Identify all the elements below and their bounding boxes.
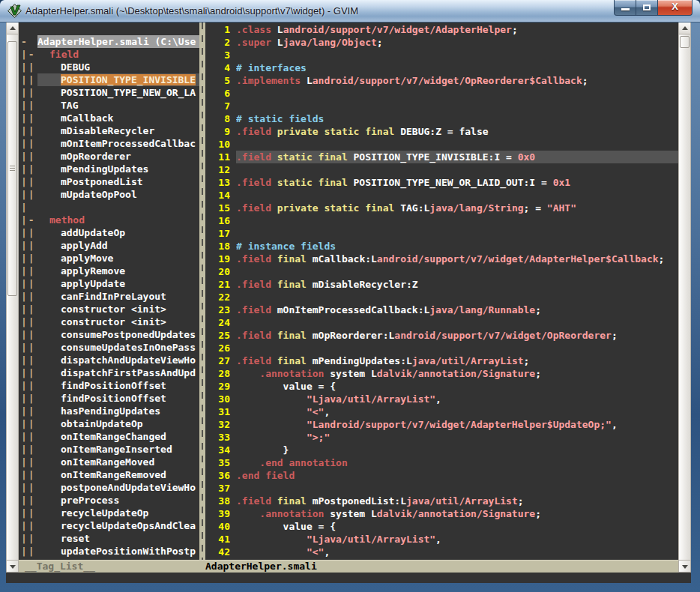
tag-label: mCallback xyxy=(37,112,199,124)
code-scroll-down-button[interactable] xyxy=(678,560,691,573)
code-line[interactable]: 37 xyxy=(205,482,678,495)
taglist-tag-row[interactable]: ||onItemRangeInserted xyxy=(19,443,199,456)
code-line[interactable]: 32 "Landroid/support/v7/widget/AdapterHe… xyxy=(205,418,678,431)
taglist-tag-row[interactable]: ||TAG xyxy=(19,99,199,112)
taglist-tag-row[interactable]: ||dispatchAndUpdateViewHo xyxy=(19,354,199,366)
code-line[interactable]: 19.field final mCallback:Landroid/suppor… xyxy=(205,253,678,265)
taglist-tag-row[interactable]: ||applyMove xyxy=(19,252,199,265)
minimize-button[interactable] xyxy=(614,0,636,16)
scroll-up-button[interactable] xyxy=(7,22,18,34)
taglist-tag-row[interactable]: ||consumeUpdatesInOnePass xyxy=(19,341,199,354)
code-line[interactable]: 22 xyxy=(205,291,678,303)
taglist-scrollbar-thumb[interactable] xyxy=(7,41,17,296)
taglist-scroll-down-button[interactable] xyxy=(6,560,19,573)
taglist-tag-row[interactable]: ||onItemRangeChanged xyxy=(19,430,199,443)
code-line[interactable]: 17 xyxy=(205,227,678,240)
code-line[interactable]: 28 .annotation system Ldalvik/annotation… xyxy=(205,367,678,380)
scroll-up-button[interactable] xyxy=(679,22,690,34)
code-scrollbar[interactable] xyxy=(678,22,691,560)
code-line[interactable]: 34 } xyxy=(205,444,678,456)
taglist-tag-row[interactable]: ||obtainUpdateOp xyxy=(19,417,199,430)
code-line[interactable]: 8# static fields xyxy=(205,112,678,125)
taglist-tag-row[interactable]: ||consumePostponedUpdates xyxy=(19,328,199,341)
code-line[interactable]: 2.super Ljava/lang/Object; xyxy=(205,36,678,49)
taglist-section-row[interactable]: |-field xyxy=(19,48,199,61)
code-line-cursor[interactable]: 11.field static final POSITION_TYPE_INVI… xyxy=(205,151,678,163)
taglist-tag-row[interactable]: ||updatePositionWithPostp xyxy=(19,545,199,558)
taglist-tag-row[interactable]: ||onItemRangeMoved xyxy=(19,456,199,468)
code-line[interactable]: 13.field static final POSITION_TYPE_NEW_… xyxy=(205,176,678,189)
code-line[interactable]: 20 xyxy=(205,265,678,278)
taglist-tag-row[interactable]: ||preProcess xyxy=(19,494,199,507)
code-line[interactable]: 3 xyxy=(205,49,678,61)
taglist-tag-row[interactable]: ||findPositionOffset xyxy=(19,392,199,405)
taglist-tag-row[interactable]: ||mOnItemProcessedCallbac xyxy=(19,137,199,150)
title-bar[interactable]: AdapterHelper.smali (~\Desktop\test\smal… xyxy=(0,0,700,22)
code-line[interactable]: 7 xyxy=(205,100,678,112)
taglist-tag-row[interactable]: ||mCallback xyxy=(19,112,199,124)
taglist-tag-row[interactable]: ||constructor <init> xyxy=(19,303,199,315)
code-line[interactable]: 41 "Ljava/util/ArrayList", xyxy=(205,533,678,546)
code-line[interactable]: 14 xyxy=(205,189,678,202)
code-line[interactable]: 40 value = { xyxy=(205,520,678,533)
code-line[interactable]: 42 "<", xyxy=(205,546,678,558)
code-line[interactable]: 35 .end annotation xyxy=(205,456,678,469)
maximize-button[interactable] xyxy=(636,0,658,16)
taglist-tag-row[interactable]: ||hasPendingUpdates xyxy=(19,405,199,417)
taglist-tag-row[interactable]: ||onItemRangeRemoved xyxy=(19,468,199,481)
taglist-tag-row[interactable]: ||addUpdateOp xyxy=(19,226,199,239)
code-line[interactable]: 38.field final mPostponedList:Ljava/util… xyxy=(205,495,678,507)
taglist-tag-row[interactable]: ||dispatchFirstPassAndUpd xyxy=(19,366,199,379)
close-button[interactable]: X xyxy=(658,0,693,16)
code-line[interactable]: 15.field private static final TAG:Ljava/… xyxy=(205,202,678,214)
code-line[interactable]: 33 ">;" xyxy=(205,431,678,444)
taglist-section-row[interactable]: |-method xyxy=(19,214,199,226)
code-line[interactable]: 23.field mOnItemProcessedCallback:Ljava/… xyxy=(205,303,678,316)
code-line[interactable]: 31 "<", xyxy=(205,405,678,418)
code-line[interactable]: 5.implements Landroid/support/v7/widget/… xyxy=(205,74,678,87)
taglist-tag-row[interactable]: ||applyUpdate xyxy=(19,277,199,290)
code-line[interactable]: 1.class Landroid/support/v7/widget/Adapt… xyxy=(205,23,678,36)
taglist-tag-row[interactable]: ||POSITION_TYPE_NEW_OR_LA xyxy=(19,86,199,99)
taglist-selected-tag-row[interactable]: ||POSITION_TYPE_INVISIBLE xyxy=(19,73,199,86)
taglist-tag-row[interactable]: ||mDisableRecycler xyxy=(19,124,199,137)
taglist-scrollbar[interactable] xyxy=(6,22,19,560)
taglist-tag-row[interactable]: ||postponeAndUpdateViewHo xyxy=(19,481,199,494)
taglist-tag-row[interactable]: ||canFindInPreLayout xyxy=(19,290,199,303)
code-line[interactable]: 16 xyxy=(205,214,678,227)
code-line[interactable]: 26 xyxy=(205,342,678,354)
taglist-tag-row[interactable]: ||mPostponedList xyxy=(19,175,199,188)
taglist-tag-row[interactable]: ||applyRemove xyxy=(19,265,199,277)
code-scrollbar-thumb[interactable] xyxy=(680,36,690,48)
code-pane[interactable]: 1.class Landroid/support/v7/widget/Adapt… xyxy=(205,22,678,560)
line-number: 1 xyxy=(205,23,236,36)
code-line[interactable]: 30 "Ljava/util/ArrayList", xyxy=(205,393,678,405)
code-line[interactable]: 18# instance fields xyxy=(205,240,678,253)
code-line[interactable]: 27.field final mPendingUpdates:Ljava/uti… xyxy=(205,354,678,367)
taglist-tag-row[interactable]: ||recycleUpdateOp xyxy=(19,507,199,519)
line-text: "Landroid/support/v7/widget/AdapterHelpe… xyxy=(236,418,678,431)
taglist-tag-row[interactable]: ||recycleUpdateOpsAndClea xyxy=(19,519,199,532)
code-line[interactable]: 39 .annotation system Ldalvik/annotation… xyxy=(205,507,678,520)
code-line[interactable]: 12 xyxy=(205,163,678,176)
code-line[interactable]: 24 xyxy=(205,316,678,329)
code-line[interactable]: 21.field final mDisableRecycler:Z xyxy=(205,278,678,291)
command-line-area[interactable] xyxy=(6,573,691,583)
code-line[interactable]: 6 xyxy=(205,87,678,100)
window-split-handle[interactable] xyxy=(199,22,205,560)
code-line[interactable]: 25.field final mOpReorderer:Landroid/sup… xyxy=(205,329,678,342)
code-line[interactable]: 9.field private static final DEBUG:Z = f… xyxy=(205,125,678,138)
taglist-tag-row[interactable]: ||constructor <init> xyxy=(19,315,199,328)
taglist-tag-row[interactable]: ||DEBUG xyxy=(19,61,199,73)
taglist-tag-row[interactable]: ||mPendingUpdates xyxy=(19,163,199,175)
taglist-tag-row[interactable]: ||reset xyxy=(19,532,199,545)
code-line[interactable]: 10 xyxy=(205,138,678,151)
code-line[interactable]: 4# interfaces xyxy=(205,61,678,74)
taglist-file-row[interactable]: -AdapterHelper.smali (C:\Use xyxy=(19,35,199,48)
taglist-tag-row[interactable]: ||applyAdd xyxy=(19,239,199,252)
taglist-tag-row[interactable]: ||mOpReorderer xyxy=(19,150,199,163)
code-line[interactable]: 36.end field xyxy=(205,469,678,482)
code-line[interactable]: 29 value = { xyxy=(205,380,678,393)
taglist-tag-row[interactable]: ||mUpdateOpPool xyxy=(19,188,199,201)
taglist-tag-row[interactable]: ||findPositionOffset xyxy=(19,379,199,392)
